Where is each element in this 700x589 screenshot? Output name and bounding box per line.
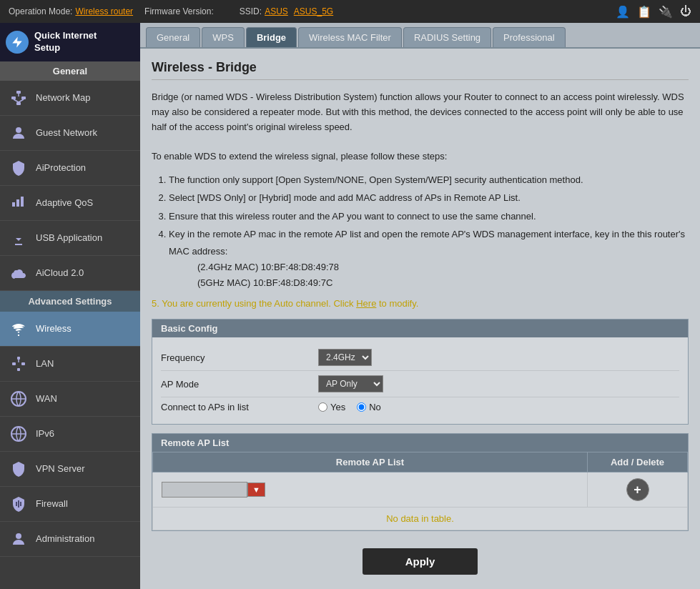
frequency-select[interactable]: 2.4GHz 5GHz bbox=[318, 349, 372, 366]
step5-prefix: 5. You are currently using the Auto chan… bbox=[152, 298, 356, 309]
wireless-label: Wireless bbox=[36, 323, 72, 334]
general-section-title: General bbox=[0, 61, 140, 81]
remote-ap-input[interactable] bbox=[162, 482, 247, 498]
administration-icon bbox=[9, 529, 29, 549]
wireless-icon bbox=[9, 319, 29, 339]
sidebar-item-administration[interactable]: Administration bbox=[0, 522, 140, 557]
ssid-5g-link[interactable]: ASUS_5G bbox=[294, 6, 333, 16]
step-1: The function only support [Open System/N… bbox=[169, 172, 689, 188]
sidebar-item-aicloud[interactable]: AiCloud 2.0 bbox=[0, 256, 140, 291]
tab-professional[interactable]: Professional bbox=[493, 27, 566, 47]
sidebar-item-vpn[interactable]: VPN Server bbox=[0, 452, 140, 487]
topbar-icons: 👤 📋 🔌 ⏻ bbox=[616, 5, 691, 19]
quick-setup-label: Quick InternetSetup bbox=[34, 30, 97, 54]
steps-list: The function only support [Open System/N… bbox=[169, 172, 689, 291]
svg-rect-0 bbox=[16, 91, 21, 94]
add-ap-button[interactable]: + bbox=[626, 478, 649, 501]
sidebar-item-firewall[interactable]: Firewall bbox=[0, 487, 140, 522]
usb-application-label: USB Application bbox=[36, 232, 102, 243]
network-map-icon bbox=[9, 88, 29, 108]
sidebar-item-ipv6[interactable]: IPv6 bbox=[0, 417, 140, 452]
remote-ap-header: Remote AP List bbox=[152, 434, 688, 452]
basic-config-body: Frequency 2.4GHz 5GHz AP Mode AP O bbox=[152, 337, 688, 424]
sidebar-item-wan[interactable]: WAN bbox=[0, 382, 140, 417]
sidebar-item-network-map[interactable]: Network Map bbox=[0, 81, 140, 116]
frequency-label: Frequency bbox=[161, 352, 318, 363]
svg-line-5 bbox=[14, 99, 19, 102]
svg-rect-11 bbox=[17, 368, 20, 371]
remote-ap-section: Remote AP List Remote AP List Add / Dele… bbox=[152, 433, 689, 531]
here-link[interactable]: Here bbox=[356, 298, 376, 309]
power-icon[interactable]: ⏻ bbox=[680, 5, 691, 19]
description: Bridge (or named WDS - Wireless Distribu… bbox=[152, 90, 689, 164]
aicloud-icon bbox=[9, 263, 29, 283]
sidebar-item-lan[interactable]: LAN bbox=[0, 347, 140, 382]
usb-icon[interactable]: 🔌 bbox=[659, 5, 673, 19]
sidebar-item-ai-protection[interactable]: AiProtection bbox=[0, 151, 140, 186]
connect-yes-radio[interactable] bbox=[318, 402, 327, 412]
mac-info: (2.4GHz MAC) 10:BF:48:D8:49:78(5GHz MAC)… bbox=[197, 259, 689, 291]
ap-mode-control: AP Only WDS Only Hybrid bbox=[318, 375, 383, 392]
connect-yes-text: Yes bbox=[330, 402, 345, 412]
connect-control: Yes No bbox=[318, 402, 381, 412]
lan-label: LAN bbox=[36, 358, 54, 369]
connect-yes-label[interactable]: Yes bbox=[318, 402, 345, 412]
auto-channel-note: 5. You are currently using the Auto chan… bbox=[152, 298, 689, 309]
remote-ap-dropdown-arrow[interactable]: ▼ bbox=[247, 482, 265, 497]
basic-config-header: Basic Config bbox=[152, 320, 688, 337]
usb-application-icon bbox=[9, 228, 29, 248]
firewall-label: Firewall bbox=[36, 498, 68, 509]
ai-protection-icon bbox=[9, 158, 29, 178]
content-area: Wireless - Bridge Bridge (or named WDS -… bbox=[140, 49, 700, 589]
remote-ap-add-cell: + bbox=[588, 472, 688, 508]
tab-mac-filter[interactable]: Wireless MAC Filter bbox=[298, 27, 402, 47]
ai-protection-label: AiProtection bbox=[36, 162, 86, 173]
remote-ap-input-row: ▼ + bbox=[153, 472, 688, 508]
remote-ap-dropdown: ▼ bbox=[162, 482, 578, 498]
svg-point-7 bbox=[16, 127, 21, 133]
apply-button-row: Apply bbox=[152, 540, 689, 583]
sidebar-item-adaptive-qos[interactable]: Adaptive QoS bbox=[0, 186, 140, 221]
aicloud-label: AiCloud 2.0 bbox=[36, 267, 84, 278]
adaptive-qos-label: Adaptive QoS bbox=[36, 197, 93, 208]
op-mode-value[interactable]: Wireless router bbox=[75, 6, 133, 16]
ap-mode-select[interactable]: AP Only WDS Only Hybrid bbox=[318, 375, 383, 392]
tab-bridge[interactable]: Bridge bbox=[246, 27, 297, 47]
tab-wps[interactable]: WPS bbox=[202, 27, 245, 47]
vpn-icon bbox=[9, 459, 29, 479]
connect-no-radio[interactable] bbox=[357, 402, 366, 412]
ssid-24-link[interactable]: ASUS bbox=[265, 6, 288, 16]
ssid-label: SSID: bbox=[240, 6, 262, 16]
svg-rect-2 bbox=[21, 96, 26, 99]
svg-rect-9 bbox=[17, 357, 20, 360]
firewall-icon bbox=[9, 494, 29, 514]
frequency-row: Frequency 2.4GHz 5GHz bbox=[161, 345, 679, 371]
remote-ap-col2: Add / Delete bbox=[588, 452, 688, 472]
copy-icon[interactable]: 📋 bbox=[637, 5, 651, 19]
frequency-control: 2.4GHz 5GHz bbox=[318, 349, 372, 366]
step-2: Select [WDS Only] or [Hybrid] mode and a… bbox=[169, 189, 689, 206]
sidebar-item-guest-network[interactable]: Guest Network bbox=[0, 116, 140, 151]
tab-general[interactable]: General bbox=[146, 27, 200, 47]
tab-radius[interactable]: RADIUS Setting bbox=[403, 27, 491, 47]
remote-ap-input-cell: ▼ bbox=[153, 472, 588, 508]
sidebar-item-wireless[interactable]: Wireless bbox=[0, 312, 140, 347]
apply-button[interactable]: Apply bbox=[363, 548, 478, 575]
quick-setup-icon bbox=[6, 31, 29, 54]
ipv6-label: IPv6 bbox=[36, 428, 54, 439]
guest-network-icon bbox=[9, 123, 29, 143]
no-data-row: No data in table. bbox=[153, 508, 688, 530]
guest-network-label: Guest Network bbox=[36, 127, 97, 138]
step-4: Key in the remote AP mac in the remote A… bbox=[169, 226, 689, 291]
network-map-label: Network Map bbox=[36, 92, 91, 103]
op-mode-label: Operation Mode: bbox=[9, 6, 72, 16]
tabs-bar: General WPS Bridge Wireless MAC Filter R… bbox=[140, 23, 700, 49]
connect-no-label[interactable]: No bbox=[357, 402, 381, 412]
lan-icon bbox=[9, 354, 29, 374]
sidebar: Quick InternetSetup General Network Map … bbox=[0, 23, 140, 589]
quick-internet-setup[interactable]: Quick InternetSetup bbox=[0, 23, 140, 61]
sidebar-item-usb-application[interactable]: USB Application bbox=[0, 221, 140, 256]
vpn-label: VPN Server bbox=[36, 463, 85, 474]
advanced-settings-title: Advanced Settings bbox=[0, 291, 140, 312]
user-icon[interactable]: 👤 bbox=[616, 5, 630, 19]
